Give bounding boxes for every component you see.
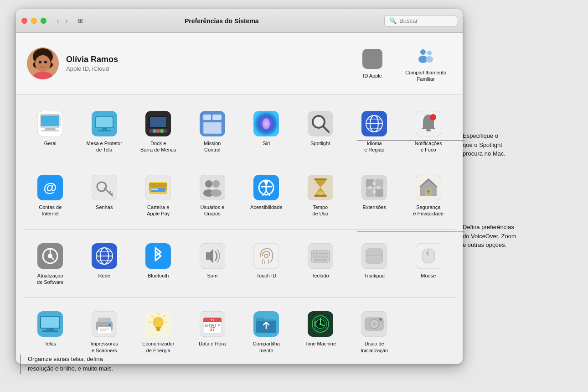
svg-point-63	[205, 180, 212, 188]
icon-spotlight[interactable]: Spotlight	[294, 105, 348, 158]
minimize-button[interactable]	[31, 18, 37, 24]
svg-point-134	[108, 324, 111, 326]
svg-rect-59	[149, 183, 167, 187]
svg-rect-127	[42, 330, 58, 332]
content-area: Olívia Ramos Apple ID, iCloud ID Apple	[16, 33, 463, 364]
icon-bluetooth-label: Bluetooth	[148, 272, 169, 279]
svg-rect-82	[375, 188, 383, 197]
icon-tempo-label: Tempode Uso	[312, 204, 328, 217]
svg-point-77	[317, 191, 324, 195]
svg-point-84	[368, 186, 372, 189]
search-input[interactable]	[399, 17, 449, 24]
close-button[interactable]	[21, 18, 27, 24]
icon-contas[interactable]: @ Contas deInternet	[23, 168, 77, 222]
avatar[interactable]	[27, 47, 59, 79]
icon-seg[interactable]: Segurançae Privacidade	[402, 168, 456, 222]
icon-data[interactable]: 17 M T W T F 17 Data e Hora	[186, 305, 240, 358]
icon-siri[interactable]: Siri	[239, 105, 294, 158]
profile-actions: ID Apple Compartilhamento	[354, 41, 452, 86]
svg-point-48	[430, 114, 436, 120]
svg-point-10	[427, 51, 432, 55]
icon-ext-img	[361, 174, 388, 201]
profile-section: Olívia Ramos Apple ID, iCloud ID Apple	[16, 33, 463, 95]
icon-tempo[interactable]: Tempode Uso	[294, 168, 348, 222]
icon-seg-img	[415, 174, 442, 201]
svg-rect-114	[322, 256, 325, 258]
svg-point-26	[153, 129, 156, 133]
icon-seg-label: Segurançae Privacidade	[413, 204, 444, 217]
icon-geral[interactable]: Geral	[23, 105, 77, 158]
icon-idioma-img	[361, 110, 388, 137]
window-title: Preferências do Sistema	[63, 17, 381, 25]
svg-rect-33	[204, 123, 221, 133]
icon-ext[interactable]: Extensões	[347, 168, 402, 222]
icon-impressoras-img	[91, 310, 118, 338]
svg-rect-31	[212, 115, 222, 120]
svg-rect-7	[362, 49, 382, 69]
icon-economiz[interactable]: Economizadorde Energia	[131, 305, 186, 358]
spotlight-annotation-text: Especifique oque o Spotlightprocura no M…	[463, 131, 567, 158]
icon-touchid-img	[253, 242, 280, 270]
icon-bluetooth-img	[144, 242, 172, 270]
icon-usuarios[interactable]: Usuários eGrupos	[186, 168, 240, 222]
icon-acess-label: Acessibilidade	[250, 204, 282, 210]
icon-mission-label: MissionControl	[204, 140, 221, 153]
back-button[interactable]: ‹	[54, 15, 62, 27]
titlebar: ‹ › ⊞ Preferências do Sistema 🔍	[16, 9, 463, 33]
icon-usuarios-img	[199, 174, 226, 201]
icon-timemachine[interactable]: Time Machine	[294, 305, 348, 358]
icon-trackpad-label: Trackpad	[364, 272, 385, 279]
svg-rect-47	[426, 129, 431, 131]
maximize-button[interactable]	[41, 18, 46, 24]
icon-senhas[interactable]: Senhas	[77, 168, 132, 222]
outer-container: ‹ › ⊞ Preferências do Sistema 🔍	[16, 9, 572, 364]
icon-dock-img	[144, 110, 172, 137]
svg-point-170	[373, 323, 375, 325]
divider-3	[23, 297, 455, 298]
icon-spotlight-img	[307, 110, 334, 137]
icon-teclado-img	[307, 242, 334, 270]
svg-text:M: M	[205, 324, 208, 327]
icon-atualiz-label: Atualizaçãode Software	[37, 272, 64, 286]
divider-1	[23, 97, 455, 97]
svg-rect-125	[41, 317, 59, 328]
icon-rede[interactable]: Rede	[77, 237, 132, 290]
apple-id-button[interactable]: ID Apple	[354, 44, 391, 83]
svg-rect-109	[322, 252, 325, 255]
icon-impressoras[interactable]: Impressorase Scanners	[77, 305, 132, 358]
icon-timemachine-img	[307, 310, 334, 338]
svg-point-93	[48, 254, 52, 258]
icon-teclado[interactable]: Teclado	[294, 237, 348, 290]
icon-geral-img	[36, 110, 64, 137]
icon-disco[interactable]: Disco deInicialização	[347, 305, 402, 358]
icon-telas-label: Telas	[44, 340, 56, 347]
icon-economiz-img	[144, 310, 172, 338]
icon-dock-label: Dock eBarra de Menus	[140, 140, 176, 153]
svg-rect-112	[316, 256, 318, 258]
search-bar[interactable]: 🔍	[384, 15, 457, 26]
icon-dock[interactable]: Dock eBarra de Menus	[131, 105, 186, 158]
user-subtitle: Apple ID, iCloud	[66, 65, 354, 72]
icon-bluetooth[interactable]: Bluetooth	[131, 237, 186, 290]
icon-mission[interactable]: MissionControl	[186, 105, 240, 158]
icon-mouse-img	[415, 242, 442, 270]
icon-telas[interactable]: Telas	[23, 305, 77, 358]
icon-touchid[interactable]: Touch ID	[239, 237, 294, 290]
icon-carteira[interactable]: Carteira eApple Pay	[131, 168, 186, 222]
icon-mesa-label: Mesa e Protetorde Tela	[87, 140, 122, 153]
svg-rect-139	[156, 329, 160, 331]
user-name: Olívia Ramos	[66, 55, 354, 64]
icon-compart[interactable]: Compartilhamento	[239, 305, 294, 358]
family-sharing-button[interactable]: CompartilhamentoFamiliar	[400, 41, 452, 86]
svg-point-5	[44, 61, 47, 63]
svg-rect-115	[325, 256, 328, 258]
icon-mesa[interactable]: Mesa e Protetorde Tela	[77, 105, 132, 158]
icon-contas-img: @	[36, 174, 64, 201]
icon-som[interactable]: Som	[186, 237, 240, 290]
icon-acess[interactable]: Acessibilidade	[239, 168, 294, 222]
icon-atualiz[interactable]: Atualizaçãode Software	[23, 237, 77, 290]
svg-rect-16	[41, 130, 59, 131]
svg-rect-90	[428, 191, 429, 194]
icon-carteira-img	[144, 174, 172, 201]
icon-atualiz-img	[36, 242, 64, 270]
